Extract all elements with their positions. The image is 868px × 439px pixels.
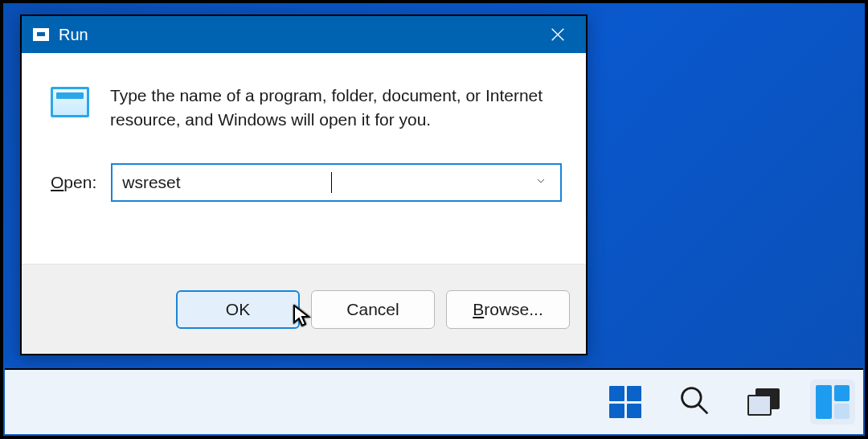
taskbar [5, 368, 863, 434]
browse-button-label: Browse... [473, 300, 543, 319]
chevron-down-icon[interactable] [531, 174, 551, 191]
browse-button[interactable]: Browse... [446, 290, 570, 329]
svg-point-3 [682, 388, 702, 408]
windows-logo-icon [609, 386, 641, 418]
cancel-button-label: Cancel [346, 300, 399, 319]
ok-button[interactable]: OK [176, 290, 300, 329]
close-button[interactable] [530, 16, 586, 53]
run-icon [51, 87, 89, 117]
taskview-icon [747, 388, 780, 416]
ok-button-label: OK [226, 300, 250, 319]
start-button[interactable] [603, 380, 648, 425]
search-icon [678, 384, 710, 420]
titlebar[interactable]: Run [22, 16, 586, 53]
open-combobox[interactable] [111, 163, 562, 202]
run-app-icon [33, 28, 49, 41]
run-dialog: Run Type the name of a program, folder, … [20, 14, 588, 355]
dialog-button-row: OK Cancel Browse... [22, 264, 586, 354]
widgets-button[interactable] [810, 380, 855, 425]
desktop-background: Run Type the name of a program, folder, … [2, 2, 866, 437]
taskview-button[interactable] [741, 380, 786, 425]
search-button[interactable] [672, 380, 717, 425]
open-input[interactable] [122, 173, 333, 192]
dialog-description: Type the name of a program, folder, docu… [110, 84, 562, 133]
cancel-button[interactable]: Cancel [311, 290, 435, 329]
window-title: Run [59, 26, 88, 44]
widgets-icon [816, 385, 850, 419]
close-icon [549, 26, 567, 43]
text-cursor [331, 172, 332, 193]
open-label: Open: [51, 173, 96, 192]
svg-line-4 [698, 404, 707, 413]
